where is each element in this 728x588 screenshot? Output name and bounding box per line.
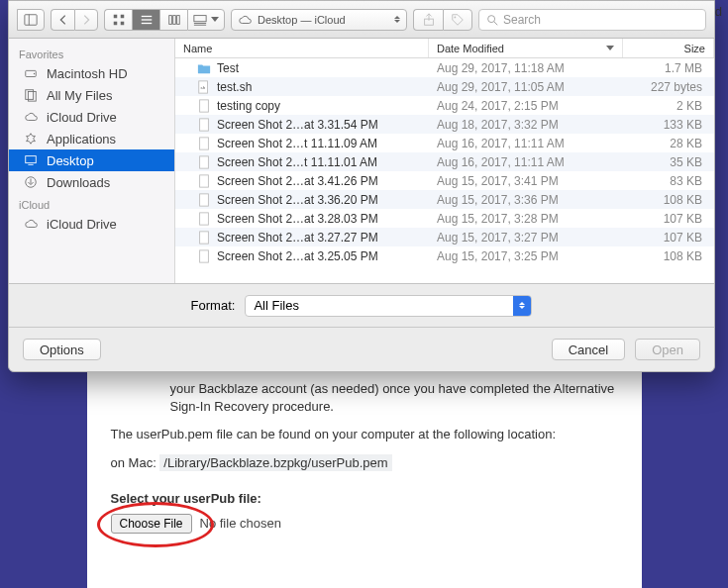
file-name-cell: Screen Shot 2…at 3.41.26 PM: [175, 174, 429, 188]
file-date-cell: Aug 15, 2017, 3:36 PM: [429, 193, 623, 207]
sidebar-item-label: Desktop: [47, 153, 94, 168]
chevron-left-icon: [56, 13, 70, 27]
file-name-cell: Screen Shot 2…at 3.36.20 PM: [175, 193, 429, 207]
column-date-label: Date Modified: [437, 43, 504, 54]
sidebar-toggle-button[interactable]: [17, 9, 45, 31]
bg-paragraph-1: your Backblaze account (as needed) once …: [111, 380, 618, 416]
file-name-cell: Screen Shot 2…at 3.27.27 PM: [175, 231, 429, 245]
format-value: All Files: [254, 298, 299, 313]
table-row[interactable]: Screen Shot 2…at 3.25.05 PMAug 15, 2017,…: [175, 246, 714, 265]
file-name-cell: testing copy: [175, 99, 429, 113]
sidebar-item-label: Applications: [47, 132, 116, 147]
sidebar-item-icloud-drive[interactable]: iCloud Drive: [9, 106, 174, 128]
file-date-cell: Aug 15, 2017, 3:27 PM: [429, 231, 623, 245]
options-button[interactable]: Options: [23, 339, 101, 360]
table-row[interactable]: Screen Shot 2…at 3.31.54 PMAug 18, 2017,…: [175, 115, 714, 134]
cancel-button[interactable]: Cancel: [552, 339, 625, 360]
location-label: Desktop — iCloud: [258, 14, 346, 26]
table-row[interactable]: TestAug 29, 2017, 11:18 AM1.7 MB: [175, 58, 714, 77]
file-name-cell: shtest.sh: [175, 80, 429, 94]
sidebar-header: Favorites: [9, 43, 174, 62]
svg-rect-37: [200, 231, 209, 243]
file-size-cell: 83 KB: [623, 174, 714, 188]
view-coverflow-button[interactable]: [187, 9, 225, 31]
table-row[interactable]: Screen Shot 2…at 3.27.27 PMAug 15, 2017,…: [175, 228, 714, 246]
table-row[interactable]: Screen Shot 2…at 3.41.26 PMAug 15, 2017,…: [175, 171, 714, 190]
svg-text:sh: sh: [201, 84, 206, 89]
file-date-cell: Aug 18, 2017, 3:32 PM: [429, 118, 623, 132]
cloud-icon: [238, 13, 252, 27]
svg-rect-12: [194, 15, 206, 21]
svg-rect-33: [200, 155, 209, 167]
search-placeholder: Search: [503, 13, 541, 27]
svg-rect-31: [200, 118, 209, 130]
file-rows[interactable]: TestAug 29, 2017, 11:18 AM1.7 MBshtest.s…: [175, 58, 714, 283]
all-files-icon: [23, 87, 39, 103]
sidebar-item-applications[interactable]: Applications: [9, 128, 174, 149]
bg-paragraph-2: The userPub.pem file can be found on you…: [111, 426, 618, 443]
svg-rect-11: [176, 15, 179, 24]
sidebar-item-label: Downloads: [47, 175, 110, 190]
file-date-cell: Aug 16, 2017, 11:11 AM: [429, 155, 623, 169]
file-open-dialog: Desktop — iCloud Search FavoritesMacinto…: [8, 0, 715, 372]
column-date[interactable]: Date Modified: [429, 39, 623, 57]
sidebar-item-downloads[interactable]: Downloads: [9, 171, 174, 193]
search-input[interactable]: Search: [478, 9, 706, 31]
view-list-button[interactable]: [132, 9, 159, 31]
sidebar-item-icloud-drive[interactable]: iCloud Drive: [9, 213, 174, 235]
back-button[interactable]: [51, 9, 74, 31]
sidebar-item-macintosh-hd[interactable]: Macintosh HD: [9, 62, 174, 84]
sidebar-item-desktop[interactable]: Desktop: [9, 149, 174, 171]
tags-button[interactable]: [443, 9, 472, 31]
file-date-cell: Aug 29, 2017, 11:05 AM: [429, 80, 623, 94]
sidebar-item-label: All My Files: [47, 88, 112, 103]
table-row[interactable]: Screen Shot 2…at 3.28.03 PMAug 15, 2017,…: [175, 209, 714, 228]
svg-rect-2: [113, 14, 117, 18]
file-list: Name Date Modified Size TestAug 29, 2017…: [175, 39, 714, 283]
table-row[interactable]: Screen Shot 2…t 11.11.01 AMAug 16, 2017,…: [175, 152, 714, 171]
bg-mac-path: /Library/Backblaze.bzpkg/userPub.pem: [159, 454, 391, 471]
format-dropdown[interactable]: All Files: [245, 295, 532, 317]
view-icons-button[interactable]: [104, 9, 132, 31]
table-row[interactable]: Screen Shot 2…at 3.36.20 PMAug 15, 2017,…: [175, 190, 714, 209]
open-button[interactable]: Open: [635, 339, 700, 360]
file-date-cell: Aug 15, 2017, 3:41 PM: [429, 174, 623, 188]
table-row[interactable]: Screen Shot 2…t 11.11.09 AMAug 16, 2017,…: [175, 134, 714, 152]
forward-button[interactable]: [74, 9, 98, 31]
file-name-cell: Screen Shot 2…at 3.25.05 PM: [175, 249, 429, 263]
column-headers: Name Date Modified Size: [175, 39, 714, 58]
file-size-cell: 108 KB: [623, 193, 714, 207]
file-size-cell: 227 bytes: [623, 80, 714, 94]
updown-icon: [394, 16, 400, 23]
svg-rect-24: [26, 156, 37, 163]
bg-mac-prefix: on Mac:: [111, 455, 160, 470]
svg-line-19: [494, 21, 498, 25]
list-icon: [140, 13, 154, 27]
share-button[interactable]: [413, 9, 443, 31]
location-popup[interactable]: Desktop — iCloud: [231, 9, 407, 31]
file-size-cell: 35 KB: [623, 155, 714, 169]
column-name[interactable]: Name: [175, 39, 429, 57]
grid-icon: [112, 13, 126, 27]
svg-rect-10: [172, 15, 175, 24]
file-date-cell: Aug 16, 2017, 11:11 AM: [429, 137, 623, 150]
no-file-text: No file chosen: [200, 516, 281, 531]
svg-point-18: [488, 15, 495, 22]
column-size[interactable]: Size: [623, 39, 714, 57]
choose-file-button[interactable]: Choose File: [111, 514, 192, 534]
file-date-cell: Aug 15, 2017, 3:25 PM: [429, 249, 623, 263]
sidebar-item-all-my-files[interactable]: All My Files: [9, 84, 174, 106]
sidebar-header: iCloud: [9, 193, 174, 213]
file-size-cell: 1.7 MB: [623, 61, 714, 75]
hdd-icon: [23, 65, 39, 81]
table-row[interactable]: testing copyAug 24, 2017, 2:15 PM2 KB: [175, 96, 714, 115]
view-columns-button[interactable]: [159, 9, 187, 31]
tag-icon: [451, 13, 465, 27]
table-row[interactable]: shtest.shAug 29, 2017, 11:05 AM227 bytes: [175, 77, 714, 96]
sort-indicator-icon: [606, 46, 614, 50]
file-size-cell: 107 KB: [623, 231, 714, 245]
sidebar-item-label: iCloud Drive: [47, 110, 117, 125]
bg-mac-line: on Mac: /Library/Backblaze.bzpkg/userPub…: [111, 454, 618, 472]
file-name-cell: Screen Shot 2…at 3.28.03 PM: [175, 212, 429, 226]
sidebar-item-label: Macintosh HD: [47, 66, 128, 81]
